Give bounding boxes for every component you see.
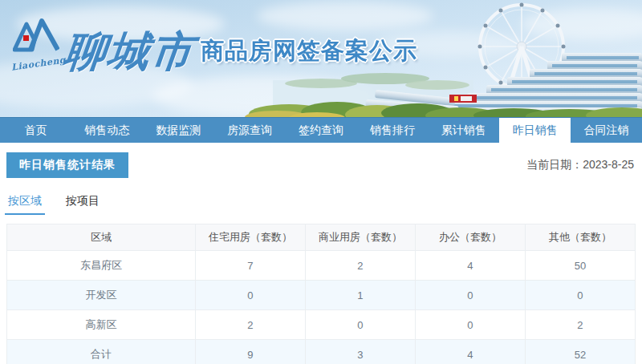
section-head: 昨日销售统计结果 当前日期：2023-8-25 — [6, 152, 636, 178]
nav-item-3[interactable]: 房源查询 — [214, 118, 286, 143]
nav-item-1[interactable]: 销售动态 — [71, 118, 143, 143]
brand: Liaocheng 聊城市 商品房网签备案公示 — [13, 14, 417, 71]
sales-table: 区域住宅用房（套数）商业用房（套数）办公（套数）其他（套数） 东昌府区72450… — [6, 224, 636, 364]
region-cell: 开发区 — [7, 281, 196, 310]
region-cell: 东昌府区 — [7, 251, 196, 281]
logo-red-square — [23, 35, 29, 41]
value-cell: 0 — [525, 281, 635, 310]
page: Liaocheng 聊城市 商品房网签备案公示 首页销售动态数据监测房源查询签约… — [0, 0, 642, 364]
liaocheng-logo: Liaocheng — [13, 14, 59, 71]
site-title: 商品房网签备案公示 — [201, 35, 417, 71]
main-nav: 首页销售动态数据监测房源查询签约查询销售排行累计销售昨日销售合同注销 — [0, 117, 642, 143]
value-cell: 7 — [195, 251, 305, 281]
nav-item-5[interactable]: 销售排行 — [356, 118, 428, 143]
value-cell: 3 — [305, 340, 415, 364]
column-header: 区域 — [7, 224, 196, 251]
column-header: 商业用房（套数） — [305, 224, 415, 251]
site-header: Liaocheng 聊城市 商品房网签备案公示 — [0, 0, 642, 117]
logo-script-text: Liaocheng — [10, 55, 66, 72]
current-date: 当前日期：2023-8-25 — [526, 158, 636, 172]
nav-item-8[interactable]: 合同注销 — [571, 118, 642, 143]
value-cell: 4 — [415, 251, 525, 281]
value-cell: 0 — [415, 281, 525, 310]
value-cell: 2 — [305, 251, 415, 281]
main-content: 昨日销售统计结果 当前日期：2023-8-25 按区域按项目 区域住宅用房（套数… — [0, 143, 642, 364]
nav-item-4[interactable]: 签约查询 — [286, 118, 357, 143]
table-header-row: 区域住宅用房（套数）商业用房（套数）办公（套数）其他（套数） — [7, 224, 636, 251]
region-cell: 高新区 — [7, 310, 196, 340]
value-cell: 4 — [415, 340, 525, 364]
value-cell: 2 — [525, 310, 635, 340]
section-title-badge: 昨日销售统计结果 — [6, 152, 128, 178]
value-cell: 0 — [305, 310, 415, 340]
view-tabs: 按区域按项目 — [6, 192, 636, 215]
region-cell: 合计 — [7, 340, 196, 364]
nav-item-7[interactable]: 昨日销售 — [499, 118, 571, 143]
table-body: 东昌府区72450开发区0100高新区2002合计93452 — [7, 251, 636, 364]
column-header: 办公（套数） — [415, 224, 525, 251]
table-row: 合计93452 — [7, 340, 636, 364]
value-cell: 9 — [195, 340, 305, 364]
current-date-value: 2023-8-25 — [583, 158, 634, 171]
value-cell: 0 — [415, 310, 525, 340]
tab-0[interactable]: 按区域 — [6, 192, 43, 215]
nav-item-0[interactable]: 首页 — [0, 118, 71, 143]
nav-item-6[interactable]: 累计销售 — [428, 118, 499, 143]
table-row: 开发区0100 — [7, 281, 636, 310]
table-row: 高新区2002 — [7, 310, 636, 340]
column-header: 住宅用房（套数） — [195, 224, 305, 251]
table-row: 东昌府区72450 — [7, 251, 636, 281]
value-cell: 50 — [525, 251, 635, 281]
value-cell: 0 — [195, 281, 305, 310]
nav-item-2[interactable]: 数据监测 — [143, 118, 214, 143]
value-cell: 2 — [195, 310, 305, 340]
current-date-label: 当前日期： — [526, 158, 583, 171]
value-cell: 1 — [305, 281, 415, 310]
city-name-calligraphy: 聊城市 — [63, 33, 197, 71]
mountain-logo-icon — [13, 14, 59, 56]
tab-1[interactable]: 按项目 — [64, 192, 101, 215]
value-cell: 52 — [525, 340, 635, 364]
column-header: 其他（套数） — [525, 224, 635, 251]
